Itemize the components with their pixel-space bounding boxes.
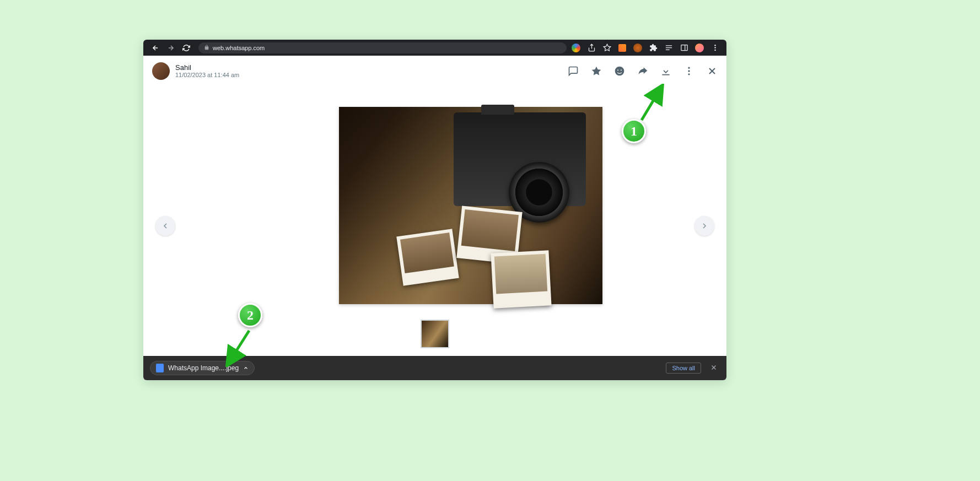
- svg-line-23: [228, 331, 249, 364]
- media-viewer-actions: [568, 66, 718, 77]
- svg-rect-4: [681, 45, 687, 51]
- svg-point-15: [688, 73, 690, 75]
- star-icon[interactable]: [591, 66, 602, 77]
- svg-marker-9: [592, 66, 601, 75]
- extension-brush-icon[interactable]: [617, 43, 627, 53]
- svg-point-6: [714, 45, 716, 46]
- reading-list-icon[interactable]: [664, 43, 674, 53]
- media-timestamp: 11/02/2023 at 11:44 am: [175, 72, 568, 78]
- address-bar[interactable]: web.whatsapp.com: [198, 42, 567, 53]
- google-translate-icon[interactable]: [571, 43, 581, 53]
- back-button[interactable]: [148, 40, 163, 56]
- svg-point-12: [621, 69, 622, 71]
- extensions-puzzle-icon[interactable]: [648, 43, 658, 53]
- reload-button[interactable]: [179, 40, 194, 56]
- svg-point-14: [688, 70, 690, 72]
- polaroid-photo: [396, 229, 459, 285]
- browser-menu-icon[interactable]: [710, 43, 720, 53]
- svg-point-13: [688, 67, 690, 68]
- download-icon[interactable]: [660, 66, 671, 77]
- svg-line-21: [642, 87, 661, 120]
- extension-cookie-icon[interactable]: [633, 43, 643, 53]
- svg-point-8: [714, 50, 716, 51]
- show-all-downloads-button[interactable]: Show all: [666, 363, 701, 374]
- share-icon[interactable]: [586, 43, 596, 53]
- forward-button[interactable]: [163, 40, 179, 56]
- previous-media-button[interactable]: [155, 216, 175, 236]
- sender-info: Sahil 11/02/2023 at 11:44 am: [175, 63, 568, 78]
- side-panel-icon[interactable]: [679, 43, 689, 53]
- svg-point-10: [615, 66, 624, 75]
- annotation-arrow-2: [225, 327, 252, 367]
- camera-illustration: [454, 112, 586, 206]
- polaroid-photo: [491, 250, 551, 308]
- forward-icon[interactable]: [637, 66, 648, 77]
- close-downloads-bar-button[interactable]: [708, 364, 720, 373]
- browser-extensions: [571, 43, 722, 53]
- annotation-badge-2: 2: [238, 303, 262, 327]
- file-icon: [156, 364, 164, 372]
- media-image[interactable]: [339, 107, 602, 304]
- close-icon[interactable]: [707, 66, 718, 77]
- media-thumbnail[interactable]: [421, 320, 449, 348]
- profile-avatar-icon[interactable]: [694, 43, 704, 53]
- chat-icon[interactable]: [568, 66, 579, 77]
- browser-toolbar: web.whatsapp.com: [143, 40, 726, 56]
- next-media-button[interactable]: [694, 216, 714, 236]
- url-text: web.whatsapp.com: [213, 45, 265, 51]
- sender-name: Sahil: [175, 63, 568, 72]
- annotation-arrow-1: [638, 84, 665, 123]
- menu-dots-icon[interactable]: [683, 66, 694, 77]
- svg-marker-0: [604, 44, 611, 51]
- svg-point-11: [617, 69, 618, 71]
- bookmark-star-icon[interactable]: [602, 43, 612, 53]
- media-viewer-header: Sahil 11/02/2023 at 11:44 am: [143, 56, 726, 86]
- svg-point-7: [714, 47, 716, 48]
- sender-avatar[interactable]: [152, 62, 170, 80]
- emoji-icon[interactable]: [614, 66, 625, 77]
- lock-icon: [204, 45, 209, 51]
- annotation-badge-1: 1: [622, 119, 646, 143]
